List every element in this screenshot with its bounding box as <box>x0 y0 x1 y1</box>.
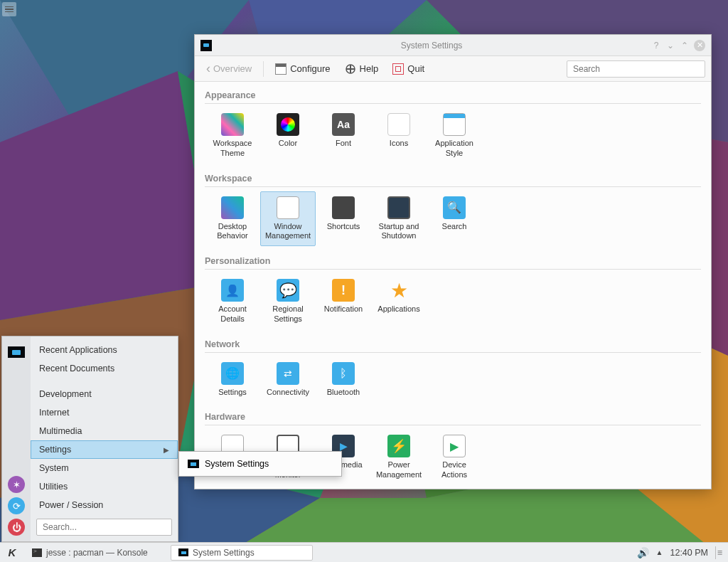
tray-expand-icon[interactable]: ▲ <box>656 548 663 556</box>
window-icon <box>200 40 212 51</box>
window-mgmt-icon <box>277 196 299 219</box>
sidebar-restart-icon[interactable]: ⟳ <box>8 497 25 514</box>
launcher-cat-system[interactable]: System <box>31 459 178 477</box>
launcher-cat-power[interactable]: Power / Session <box>31 496 178 514</box>
item-search[interactable]: 🔍Search <box>427 191 482 247</box>
shortcut-icon <box>332 196 355 219</box>
applications-icon: ★ <box>387 279 410 302</box>
connectivity-icon: ⇄ <box>277 362 299 385</box>
settings-body: Appearance Workspace Theme Color AaFont … <box>195 82 711 489</box>
item-font[interactable]: AaFont <box>316 108 371 164</box>
item-connectivity[interactable]: ⇄Connectivity <box>260 357 316 403</box>
startup-icon <box>387 196 410 219</box>
item-window-management[interactable]: Window Management <box>260 191 316 247</box>
search-input[interactable] <box>567 60 705 78</box>
item-startup[interactable]: Startup and Shutdown <box>371 191 427 247</box>
color-icon <box>277 113 299 136</box>
overview-back-button[interactable]: Overview <box>200 58 257 79</box>
regional-icon: 💬 <box>277 279 299 302</box>
volume-icon[interactable]: 🔊 <box>637 547 649 558</box>
icons-icon <box>387 113 410 136</box>
item-device[interactable]: ▶Device Actions <box>427 430 482 485</box>
chevron-right-icon: ▶ <box>164 446 169 454</box>
clock[interactable]: 12:40 PM <box>670 548 708 558</box>
section-personalization: Personalization <box>205 252 701 270</box>
launcher-recent-apps[interactable]: Recent Applications <box>31 341 178 359</box>
svg-rect-15 <box>346 68 355 70</box>
power-icon: ⚡ <box>387 435 410 457</box>
maximize-icon[interactable]: ⌃ <box>680 41 690 51</box>
desktop-behavior-icon <box>221 196 244 219</box>
search-icon: 🔍 <box>443 196 466 219</box>
submenu-system-settings[interactable]: System Settings <box>179 455 341 473</box>
application-launcher: ✶ ⟳ ⏻ Recent Applications Recent Documen… <box>1 336 178 542</box>
help-button[interactable]: Help <box>339 60 385 78</box>
help-toolbar-icon <box>345 63 356 75</box>
section-workspace: Workspace <box>205 169 701 187</box>
launcher-search-input[interactable] <box>36 519 172 536</box>
sidebar-shutdown-icon[interactable]: ⏻ <box>8 519 25 536</box>
item-color[interactable]: Color <box>260 108 316 164</box>
launcher-cat-development[interactable]: Development <box>31 385 178 403</box>
launcher-cat-utilities[interactable]: Utilities <box>31 477 178 496</box>
section-hardware: Hardware <box>205 408 701 425</box>
quit-button[interactable]: Quit <box>387 60 430 78</box>
help-icon[interactable]: ? <box>651 41 661 51</box>
launcher-logo-icon <box>8 346 25 358</box>
system-tray: 🔊 ▲ 12:40 PM ≡ <box>637 546 724 559</box>
item-net-settings[interactable]: 🌐Settings <box>205 357 260 403</box>
bluetooth-icon: ᛒ <box>332 362 355 385</box>
task-konsole[interactable]: jesse : pacman — Konsole <box>24 545 166 561</box>
task-system-settings[interactable]: System Settings <box>171 545 313 561</box>
quit-icon <box>392 63 404 75</box>
notification-icon: ! <box>332 279 355 302</box>
theme-icon <box>221 113 244 136</box>
svg-marker-3 <box>0 71 213 320</box>
start-button[interactable]: K <box>4 545 20 561</box>
item-bluetooth[interactable]: ᛒBluetooth <box>316 357 371 403</box>
item-applications[interactable]: ★Applications <box>371 274 427 329</box>
globe-icon: 🌐 <box>221 362 244 385</box>
panel-toolbox-icon[interactable]: ≡ <box>715 546 724 559</box>
configure-icon <box>275 63 287 75</box>
item-desktop-behavior[interactable]: Desktop Behavior <box>205 191 260 247</box>
section-appearance: Appearance <box>205 86 701 104</box>
appstyle-icon <box>443 113 466 136</box>
settings-task-icon <box>178 548 188 556</box>
settings-submenu: System Settings <box>178 451 342 477</box>
launcher-recent-docs[interactable]: Recent Documents <box>31 359 178 378</box>
system-settings-window: System Settings ? ⌄ ⌃ ✕ Overview Configu… <box>194 34 712 489</box>
item-regional[interactable]: 💬Regional Settings <box>260 274 316 329</box>
toolbar: Overview Configure Help Quit <box>195 56 711 82</box>
item-account[interactable]: 👤Account Details <box>205 274 260 329</box>
launcher-cat-multimedia[interactable]: Multimedia <box>31 422 178 440</box>
titlebar[interactable]: System Settings ? ⌄ ⌃ ✕ <box>195 35 711 56</box>
launcher-sidebar: ✶ ⟳ ⏻ <box>2 336 31 541</box>
item-power[interactable]: ⚡Power Management <box>371 430 427 485</box>
terminal-icon <box>32 548 42 557</box>
item-shortcuts[interactable]: Shortcuts <box>316 191 371 247</box>
window-title: System Settings <box>212 41 651 51</box>
launcher-cat-internet[interactable]: Internet <box>31 403 178 422</box>
close-icon[interactable]: ✕ <box>694 40 705 51</box>
account-icon: 👤 <box>221 279 244 302</box>
configure-button[interactable]: Configure <box>269 60 336 78</box>
device-icon: ▶ <box>443 435 466 457</box>
taskbar: K jesse : pacman — Konsole System Settin… <box>0 542 728 562</box>
activities-button[interactable] <box>2 2 16 16</box>
section-network: Network <box>205 335 701 353</box>
item-app-style[interactable]: Application Style <box>427 108 482 164</box>
sidebar-lock-icon[interactable]: ✶ <box>8 476 25 493</box>
item-notification[interactable]: !Notification <box>316 274 371 329</box>
minimize-icon[interactable]: ⌄ <box>665 41 675 51</box>
launcher-cat-settings[interactable]: Settings▶ <box>31 440 178 459</box>
font-icon: Aa <box>332 113 355 136</box>
system-settings-icon <box>188 460 199 468</box>
item-workspace-theme[interactable]: Workspace Theme <box>205 108 260 164</box>
item-icons[interactable]: Icons <box>371 108 427 164</box>
launcher-main: Recent Applications Recent Documents Dev… <box>31 336 178 541</box>
